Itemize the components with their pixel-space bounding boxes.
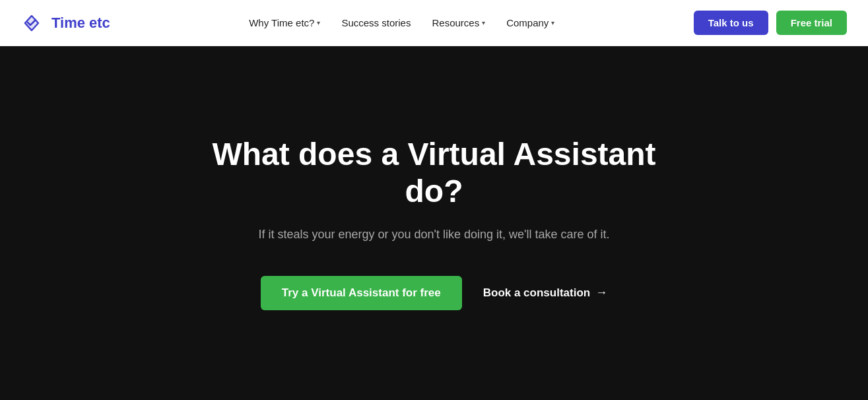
nav-links: Why Time etc? ▾ Success stories Resource…	[110, 12, 694, 34]
nav-success-label: Success stories	[341, 17, 411, 28]
talk-to-us-button[interactable]: Talk to us	[694, 11, 768, 35]
nav-item-company[interactable]: Company ▾	[497, 12, 564, 34]
nav-item-success[interactable]: Success stories	[332, 12, 420, 34]
chevron-down-icon-3: ▾	[551, 19, 554, 26]
arrow-icon: →	[595, 286, 607, 300]
nav-item-why[interactable]: Why Time etc? ▾	[240, 12, 329, 34]
hero-section: What does a Virtual Assistant do? If it …	[0, 46, 868, 400]
nav-item-resources[interactable]: Resources ▾	[422, 12, 494, 34]
nav-company-label: Company	[506, 17, 549, 28]
book-consultation-label: Book a consultation	[483, 286, 590, 300]
navbar: Time etc Why Time etc? ▾ Success stories…	[0, 0, 868, 46]
try-va-button[interactable]: Try a Virtual Assistant for free	[261, 276, 462, 310]
logo-text: Time etc	[51, 15, 110, 32]
hero-subtitle: If it steals your energy or you don't li…	[258, 225, 609, 244]
logo-icon	[21, 11, 45, 35]
chevron-down-icon: ▾	[317, 19, 320, 26]
chevron-down-icon-2: ▾	[482, 19, 485, 26]
hero-title: What does a Virtual Assistant do?	[197, 136, 672, 209]
hero-actions: Try a Virtual Assistant for free Book a …	[261, 276, 607, 310]
nav-why-label: Why Time etc?	[249, 17, 314, 28]
nav-buttons: Talk to us Free trial	[694, 11, 847, 35]
book-consultation-button[interactable]: Book a consultation →	[483, 286, 607, 300]
logo-link[interactable]: Time etc	[21, 11, 110, 35]
free-trial-button[interactable]: Free trial	[776, 11, 847, 35]
nav-resources-label: Resources	[432, 17, 479, 28]
